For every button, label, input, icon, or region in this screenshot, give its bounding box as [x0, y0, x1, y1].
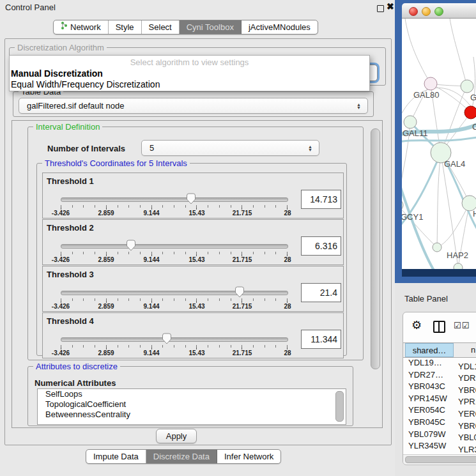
dropdown-item-manual[interactable]: Manual Discretization [11, 68, 103, 79]
column-header-name[interactable]: n [454, 343, 475, 357]
node-label: GA [470, 93, 476, 102]
node-red-selected[interactable] [464, 106, 476, 119]
network-window-titlebar[interactable] [402, 3, 476, 19]
dropdown-item-equal-width[interactable]: Equal Width/Frequency Discretization [11, 79, 160, 89]
slider-thumb[interactable] [126, 240, 136, 252]
attribute-list-item[interactable]: TopologicalCoefficient [38, 399, 346, 410]
node-label: HAP2 [447, 250, 468, 260]
table-row[interactable]: YDR27…YDR2 [403, 369, 476, 381]
table-row[interactable]: YLR345WYLR3 [403, 440, 476, 452]
table-row[interactable]: YBR043CYBR0 [403, 381, 476, 393]
numerical-attributes-label: Numerical Attributes [35, 378, 116, 388]
threshold-coordinates-title: Threshold's Coordinates for 5 Intervals [42, 158, 190, 168]
node-label: C [472, 122, 476, 132]
column-layout-icon[interactable] [433, 321, 445, 333]
attributes-group: Attributes to discretize Numerical Attri… [27, 366, 353, 426]
close-icon[interactable]: ✖ [387, 1, 394, 12]
threshold-label: Threshold 4 [47, 316, 94, 326]
tab-discretize-data[interactable]: Discretize Data [146, 450, 217, 463]
dropdown-hint: Select algorithm to view settings [10, 58, 369, 67]
threshold-value-field[interactable]: 6.316 [301, 236, 341, 256]
tick-marks [61, 345, 288, 348]
checkbox-icons[interactable]: ☑☑ [454, 321, 470, 330]
close-traffic-light-icon[interactable] [409, 7, 418, 16]
tick-label: 15.43 [188, 256, 204, 263]
tick-label: 9.144 [143, 256, 159, 263]
horizontal-scrollbar[interactable] [405, 456, 476, 463]
network-icon [61, 20, 68, 34]
table-row[interactable]: YDL19…YDL1 [403, 357, 476, 369]
apply-button[interactable]: Apply [156, 429, 197, 443]
minimize-traffic-light-icon[interactable] [422, 7, 431, 16]
column-header-shared[interactable]: shared… [405, 343, 454, 357]
tick-label: 2.859 [98, 303, 114, 310]
slider-track[interactable] [61, 337, 288, 342]
list-scrollbar[interactable] [335, 391, 344, 422]
threshold-coordinates-group: Threshold's Coordinates for 5 Intervals … [36, 163, 347, 356]
node-gal80[interactable] [424, 77, 437, 90]
gear-icon[interactable]: ⚙ [411, 318, 422, 332]
number-of-intervals-combobox[interactable]: 5 ▲▼ [141, 140, 319, 156]
threshold-label: Threshold 3 [47, 270, 94, 279]
stepper-icon: ▲▼ [308, 145, 312, 151]
tick-label: 2.859 [98, 210, 114, 217]
node-table: ⚙ ☑☑ shared… n YDL19…YDL1YDR27…YDR2YBR04… [403, 312, 476, 465]
table-row[interactable]: YER054CYER0 [403, 404, 476, 417]
algorithm-group-title: Discretization Algorithm [15, 43, 107, 52]
table-row[interactable]: YBL079WYBL0 [403, 429, 476, 441]
tab-infer-network[interactable]: Infer Network [217, 450, 280, 463]
tick-label: 21.715 [233, 256, 252, 263]
attribute-list-item[interactable]: BetweennessCentrality [38, 410, 346, 420]
node-gcy1[interactable] [402, 199, 403, 211]
slider-track[interactable] [61, 244, 288, 249]
slider-track[interactable] [61, 291, 288, 295]
node-partial[interactable] [454, 263, 463, 269]
tab-network[interactable]: Network [54, 20, 109, 34]
threshold-value-field[interactable]: 11.344 [301, 330, 341, 349]
tick-label: 28 [284, 210, 291, 217]
tick-label: 21.715 [233, 303, 252, 310]
tick-label: 15.43 [188, 210, 204, 217]
slider-thumb[interactable] [234, 286, 245, 298]
node-green[interactable] [461, 80, 473, 93]
table-data-combobox[interactable]: galFiltered.sif default node ▲▼ [19, 98, 368, 114]
attribute-list-item[interactable]: SelfLoops [38, 389, 346, 399]
tick-label: 28 [284, 303, 291, 310]
network-canvas[interactable]: GAL80 GA C GAL11 GAL4 GCY1 H HAP2 [402, 19, 476, 269]
slider-track[interactable] [61, 197, 288, 202]
node-label: GAL80 [413, 90, 439, 100]
network-view-window: GAL80 GA C GAL11 GAL4 GCY1 H HAP2 [402, 3, 476, 277]
table-row[interactable]: YPR145WYPR1 [403, 393, 476, 405]
interval-definition-group: Interval Definition Number of Intervals … [27, 127, 364, 360]
threshold-value-field[interactable]: 14.713 [301, 190, 341, 209]
slider-thumb[interactable] [186, 193, 196, 205]
tick-label: 9.144 [143, 349, 159, 357]
zoom-traffic-light-icon[interactable] [434, 7, 443, 16]
table-row[interactable]: YIL052CYIL0 [403, 452, 476, 453]
node-gal11[interactable] [404, 116, 417, 128]
node-label: H [473, 209, 476, 219]
settings-scrollpane: Interval Definition Number of Intervals … [12, 120, 383, 428]
tick-label-row: -3.4262.8599.14415.4321.71528 [61, 349, 288, 357]
tick-label-row: -3.4262.8599.14415.4321.71528 [61, 256, 288, 264]
table-header-row: shared… n [403, 342, 476, 358]
attributes-listbox: SelfLoopsTopologicalCoefficientBetweenne… [37, 388, 346, 425]
tab-select[interactable]: Select [142, 20, 180, 34]
tick-label-row: -3.4262.8599.14415.4321.71528 [61, 210, 288, 217]
table-panel-title: Table Panel [404, 294, 448, 303]
tab-jactivemnodules[interactable]: jActiveMNodules [242, 20, 318, 34]
attributes-title: Attributes to discretize [33, 362, 120, 371]
float-icon[interactable] [377, 5, 384, 12]
table-panel-area: Table Panel ⚙ ☑☑ shared… n YDL19…YDL1YDR… [395, 283, 476, 476]
node-hap2[interactable] [433, 243, 441, 252]
vertical-scrollbar[interactable] [371, 128, 380, 369]
tab-impute-data[interactable]: Impute Data [86, 450, 146, 463]
tab-cyni-toolbox[interactable]: Cyni Toolbox [180, 20, 242, 34]
horizontal-scrollbar-track [403, 454, 476, 464]
tick-label: -3.426 [52, 210, 70, 217]
tab-style[interactable]: Style [109, 20, 142, 34]
table-row[interactable]: YBR045CYBR0 [403, 417, 476, 429]
threshold-value-field[interactable]: 21.4 [301, 283, 341, 302]
slider-thumb[interactable] [162, 333, 172, 345]
cell-shared-name: YPR145W [403, 393, 454, 405]
